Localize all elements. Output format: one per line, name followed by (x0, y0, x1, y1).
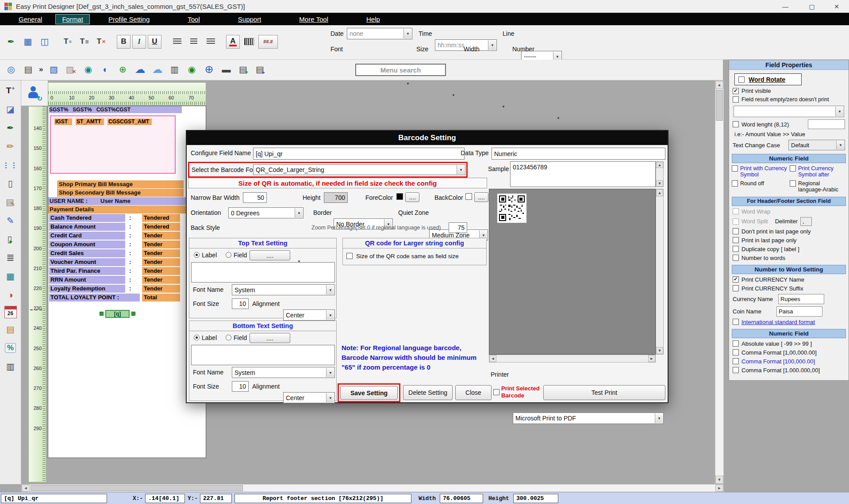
sample-scroll-down-icon[interactable]: ▼ (656, 180, 663, 187)
total-loyalty-row[interactable]: TOTAL LOYALTY POINT : Total (48, 294, 206, 302)
align-justify-icon[interactable] (186, 34, 201, 49)
bold-icon[interactable]: B (117, 35, 131, 49)
bottom-font-name-dropdown[interactable]: System (232, 367, 335, 378)
number-format-icon[interactable]: ##.# (258, 35, 278, 49)
menu-search-input[interactable]: Menu search (355, 64, 446, 76)
report-schedule-icon[interactable] (98, 62, 113, 77)
dont-print-last-checkbox[interactable] (733, 228, 739, 234)
field-result-dropdown[interactable] (734, 106, 844, 117)
delimiter-input[interactable]: , (800, 217, 812, 226)
menu-format[interactable]: Format (55, 14, 90, 24)
title-bar[interactable]: Easy Print Designer [Def_gst_3_inch_sale… (0, 0, 849, 13)
top-field-radio[interactable] (226, 252, 231, 258)
comma-format-2-checkbox[interactable] (733, 358, 739, 364)
scroll-left-arrow-icon[interactable]: ◄ (22, 485, 30, 492)
insert-table-icon[interactable] (20, 34, 35, 49)
word-split-checkbox[interactable] (733, 218, 739, 225)
save-setting-button[interactable]: Save Setting (340, 386, 398, 400)
receipt-row[interactable]: Balance Amount : Tendered (48, 223, 206, 231)
globe-disk-icon[interactable] (184, 62, 199, 77)
comma-format-3-checkbox[interactable] (733, 367, 739, 373)
delete-setting-button[interactable]: Delete Setting (403, 385, 453, 400)
cloud-download-icon[interactable] (150, 62, 165, 77)
menu-general[interactable]: General (17, 15, 44, 24)
edit-document-tool-icon[interactable] (3, 195, 18, 210)
secondary-message-field[interactable]: Shop Secondary Bill Message (57, 189, 184, 197)
menu-help[interactable]: Help (365, 15, 382, 24)
table-column-icon[interactable] (37, 34, 52, 49)
text-change-case-dropdown[interactable]: Default (788, 140, 845, 150)
backcolor-picker-button[interactable]: .... (474, 192, 488, 202)
top-font-name-dropdown[interactable]: System (232, 284, 335, 295)
align-left-icon[interactable] (169, 34, 184, 49)
signature-pen-icon[interactable] (4, 34, 19, 49)
dialog-title-bar[interactable]: Barcode Setting (187, 131, 668, 145)
print-visible-checkbox[interactable] (733, 88, 739, 94)
forecolor-swatch[interactable] (396, 193, 403, 200)
selection-handle-right[interactable] (131, 312, 135, 316)
currency-symbol-after-checkbox[interactable] (790, 165, 796, 172)
more-tools-chevron-icon[interactable]: » (38, 65, 44, 74)
receipt-row[interactable]: Voucher Amount : Tender (48, 258, 206, 266)
pencil-tool-icon[interactable] (3, 139, 18, 154)
primary-message-field[interactable]: Shop Primary Bill Message (57, 180, 184, 188)
top-font-size-input[interactable]: 10 (232, 298, 249, 309)
print-last-checkbox[interactable] (733, 237, 739, 243)
printer-export-icon[interactable] (253, 62, 268, 77)
preview-scroll-down-icon[interactable]: ▼ (656, 347, 663, 354)
receipt-row[interactable]: Coupon Amount : Tender (48, 241, 206, 248)
print-icon[interactable] (21, 62, 36, 77)
comma-format-1-checkbox[interactable] (733, 349, 739, 355)
menu-support[interactable]: Support (236, 15, 263, 24)
text-field-tool-icon[interactable] (3, 83, 18, 98)
text-lines-icon[interactable] (77, 34, 92, 49)
globe-icon[interactable] (201, 62, 216, 77)
menu-tool[interactable]: Tool (186, 15, 202, 24)
bottom-label-radio[interactable] (194, 335, 200, 340)
numbered-list-tool-icon[interactable] (3, 250, 18, 265)
user-name-row[interactable]: USER NAME : User Name (48, 197, 206, 205)
sample-scroll-up-icon[interactable]: ▲ (656, 162, 663, 168)
payment-details-header[interactable]: Payment Details (48, 206, 206, 214)
word-length-checkbox[interactable] (733, 121, 739, 127)
report-web-icon[interactable] (81, 62, 96, 77)
sample-scrollbar[interactable]: ▲ ▼ (656, 161, 664, 187)
tax-section-box[interactable]: IGST ST_AMTT CGSCGST_AMT (50, 115, 176, 174)
canvas-horizontal-scrollbar[interactable]: ◄ ► (21, 484, 724, 492)
backcolor-swatch[interactable] (465, 193, 472, 200)
gst-row-field[interactable]: SGST% SGST% CGST%CGST (49, 106, 182, 113)
receipt-row[interactable]: RRN Amount : Tender (48, 276, 206, 284)
empty-no-print-checkbox[interactable] (733, 96, 739, 103)
receipt-row[interactable]: Credit Card : Tender (48, 232, 206, 240)
add-component-icon[interactable] (115, 62, 130, 77)
scroll-down-arrow-icon[interactable]: ▼ (715, 476, 723, 484)
image-tool-icon[interactable] (3, 102, 18, 117)
narrow-bar-width-input[interactable]: 50 (243, 192, 267, 203)
forecolor-picker-button[interactable]: .... (405, 192, 419, 202)
close-button-dialog[interactable]: Close (455, 385, 492, 400)
barcode-preview-area[interactable] (489, 189, 656, 355)
preview-horizontal-scrollbar[interactable]: ◄ ► (489, 355, 656, 363)
print-currency-suffix-checkbox[interactable] (733, 285, 739, 291)
bottom-text-value-area[interactable] (191, 345, 335, 365)
international-format-checkbox[interactable] (733, 319, 739, 325)
receipt-row[interactable]: Loyalty Redemption : Tender (48, 285, 206, 293)
word-wrap-checkbox[interactable] (733, 208, 739, 214)
st-amt-field[interactable]: ST_AMTT (76, 118, 104, 125)
top-text-picker-button[interactable]: .... (250, 250, 290, 260)
fax-machine-icon[interactable] (167, 62, 182, 77)
top-text-value-area[interactable] (191, 262, 335, 283)
round-off-checkbox[interactable] (732, 180, 738, 187)
user-refresh-icon[interactable] (27, 86, 42, 101)
export-document-tool-icon[interactable] (3, 232, 18, 247)
report-delete-icon[interactable] (63, 62, 78, 77)
bottom-text-picker-button[interactable]: .... (250, 333, 290, 343)
sample-input[interactable]: 0123456789 (510, 161, 656, 187)
blank-page-tool-icon[interactable] (3, 176, 18, 191)
compose-document-tool-icon[interactable] (3, 213, 18, 228)
receipt-row[interactable]: Cash Tendered : Tendered (48, 214, 206, 222)
report-design-icon[interactable] (46, 62, 61, 77)
percent-tool-icon[interactable]: % (3, 340, 18, 355)
selected-qr-field[interactable]: [q] (105, 310, 130, 318)
date-dropdown[interactable]: none (347, 28, 412, 39)
